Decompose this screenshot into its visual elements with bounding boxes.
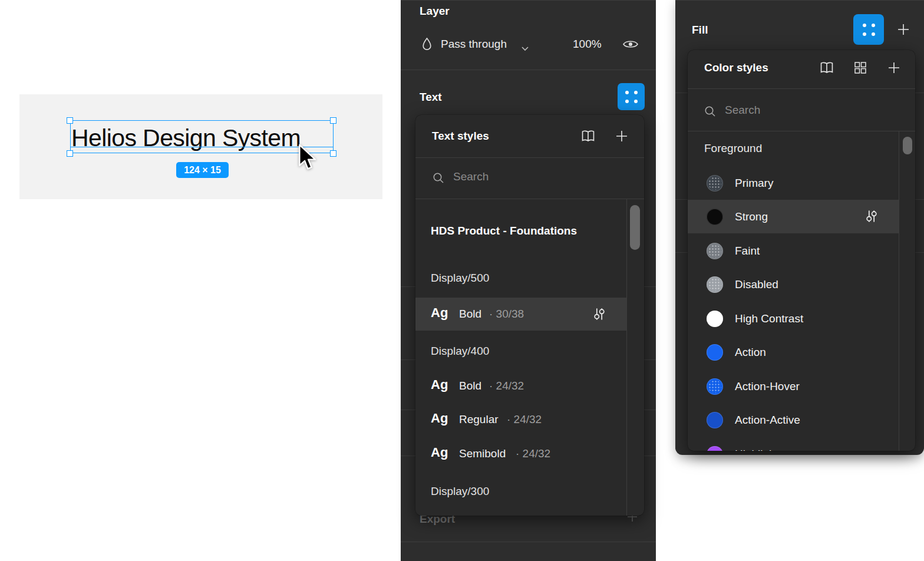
color-swatch (707, 311, 723, 327)
search-icon (432, 171, 445, 187)
color-style-row[interactable]: Action (688, 335, 899, 369)
figma-workspace: Helios Design System 124 × 15 Layer Pass… (0, 0, 924, 561)
style-group-label: Display/400 (431, 345, 489, 358)
color-style-row[interactable]: High Contrast (688, 302, 899, 335)
color-style-label: Action-Hover (735, 380, 800, 393)
add-color-style-icon[interactable] (887, 61, 901, 77)
style-sample: Ag (431, 411, 459, 426)
text-styles-popup-title: Text styles (432, 130, 489, 143)
color-swatch (707, 412, 723, 428)
blend-mode-droplet-icon (422, 37, 432, 53)
blend-mode-dropdown[interactable]: Pass through (441, 38, 507, 51)
scrollbar-track[interactable] (899, 131, 899, 451)
text-style-row[interactable]: Ag Bold · 24/32 (415, 369, 626, 402)
color-style-label: Primary (735, 177, 773, 190)
fill-panel: Fill Color styles (675, 0, 924, 455)
popup-divider (415, 199, 644, 199)
color-style-label: Disabled (735, 278, 778, 291)
color-swatch (707, 276, 723, 293)
color-style-label: Faint (735, 245, 760, 258)
style-group-label: Display/500 (431, 272, 489, 285)
color-styles-popup-title: Color styles (704, 61, 768, 74)
selection-baseline-line (70, 147, 334, 147)
add-fill-icon[interactable] (896, 22, 911, 39)
style-size: · 24/32 (507, 413, 542, 426)
style-weight: Regular (459, 413, 499, 426)
opacity-input[interactable]: 100% (573, 38, 603, 51)
text-styles-search-input[interactable] (452, 170, 596, 184)
grid-view-icon[interactable] (853, 61, 867, 77)
text-style-row-selected[interactable]: Ag Bold · 30/38 (415, 298, 626, 331)
color-style-label: Highlight (735, 448, 778, 451)
fill-styles-button[interactable] (853, 14, 884, 45)
popup-divider (688, 88, 915, 89)
size-badge: 124 × 15 (176, 162, 229, 178)
panel-top-divider (675, 0, 924, 1)
text-styles-button[interactable] (618, 83, 645, 110)
selection-handle-bottom-right[interactable] (330, 150, 336, 157)
color-style-row[interactable]: Highlight (688, 437, 899, 451)
style-sample: Ag (431, 305, 459, 321)
panel-top-divider (401, 0, 656, 1)
visibility-eye-icon[interactable] (622, 39, 639, 52)
selection-handle-bottom-left[interactable] (67, 150, 73, 157)
add-text-style-icon[interactable] (615, 129, 629, 146)
properties-panel: Layer Pass through 100% Text (401, 0, 656, 561)
library-book-icon[interactable] (819, 61, 834, 77)
selection-handle-top-left[interactable] (67, 117, 73, 124)
style-size: · 24/32 (489, 380, 524, 392)
color-style-label: High Contrast (735, 312, 803, 325)
library-book-icon[interactable] (580, 130, 596, 145)
style-weight: Bold (459, 380, 481, 392)
scrollbar-track[interactable] (626, 199, 627, 516)
color-style-row[interactable]: Disabled (688, 268, 899, 301)
color-swatch (707, 209, 723, 225)
section-divider (401, 542, 656, 542)
text-styles-popup: Text styles (415, 115, 644, 516)
color-swatch (707, 243, 723, 259)
style-size: · 24/32 (516, 447, 550, 460)
color-styles-search-input[interactable] (724, 103, 867, 117)
scrollbar-thumb[interactable] (630, 205, 640, 250)
style-sample: Ag (431, 377, 459, 392)
selection-handle-top-right[interactable] (330, 117, 336, 124)
color-style-row-selected[interactable]: Strong (688, 200, 899, 233)
color-style-row[interactable]: Action-Active (688, 403, 899, 437)
scrollbar-thumb[interactable] (903, 137, 912, 154)
color-swatch (707, 175, 723, 192)
style-settings-sliders-icon[interactable] (592, 307, 606, 324)
color-swatch (707, 344, 723, 361)
section-divider (401, 70, 656, 70)
four-dots-icon (625, 91, 638, 103)
color-style-label: Action-Active (735, 414, 800, 427)
layer-section-title: Layer (420, 5, 450, 18)
chevron-down-icon[interactable] (521, 43, 529, 54)
color-swatch (707, 446, 723, 451)
color-styles-popup: Color styles (688, 50, 915, 451)
four-dots-icon (863, 24, 875, 36)
blend-mode-value: Pass through (441, 38, 507, 50)
color-swatch (707, 378, 723, 395)
color-style-row[interactable]: Action-Hover (688, 369, 899, 403)
mouse-cursor-icon (298, 144, 317, 173)
text-style-row[interactable]: Ag Regular · 24/32 (415, 403, 626, 436)
style-weight: Semibold (459, 447, 506, 460)
color-style-row[interactable]: Faint (688, 234, 899, 268)
style-size: · 30/38 (489, 308, 524, 321)
text-style-row[interactable]: Ag Semibold · 24/32 (415, 437, 626, 470)
style-weight: Bold (459, 308, 481, 321)
library-name: HDS Product - Foundations (431, 225, 577, 237)
selection-bounding-box[interactable] (70, 120, 334, 153)
style-group-label: Display/300 (431, 485, 489, 498)
text-section-title: Text (420, 91, 442, 104)
popup-divider (688, 131, 915, 131)
search-icon (704, 105, 717, 120)
color-group-label: Foreground (704, 142, 762, 155)
style-sample: Ag (431, 445, 459, 460)
popup-divider (415, 157, 644, 158)
color-style-label: Action (735, 346, 766, 359)
color-style-row[interactable]: Primary (688, 166, 899, 200)
color-style-label: Strong (735, 210, 768, 223)
fill-section-title: Fill (692, 24, 708, 37)
style-settings-sliders-icon[interactable] (864, 209, 879, 226)
